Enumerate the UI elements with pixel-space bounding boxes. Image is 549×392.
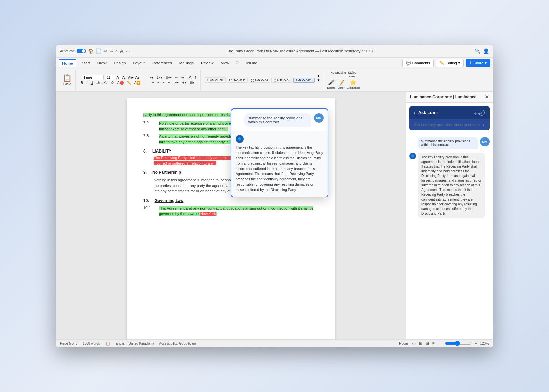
panel-messages: summarise the liability provisions withi… — [406, 134, 493, 339]
autosave-label: AutoSave — [60, 49, 75, 53]
align-right-button[interactable]: ≡ — [162, 80, 166, 85]
layout-icon-3[interactable]: ⊟ — [426, 341, 429, 346]
zoom-level: 120% — [480, 342, 489, 345]
tab-insert[interactable]: Insert — [77, 60, 93, 67]
style-swatch-headingi[interactable]: (i) AaBbCcDd — [271, 78, 292, 83]
style-swatch-headinga[interactable]: (a) AaBbCcDd — [249, 78, 270, 83]
increase-indent-button[interactable]: ⇥ — [180, 75, 185, 80]
highlight-button[interactable]: ✏️ — [126, 81, 132, 85]
paste-button[interactable]: 📋 Paste — [62, 74, 72, 86]
accessibility-indicator: Accessibility: Good to go — [159, 342, 196, 345]
popup-ai-text: The key liability provision in this agre… — [236, 145, 324, 193]
no-spacing-button[interactable]: No Spacing — [330, 71, 346, 78]
layout-icon-4[interactable]: ≡ — [432, 341, 435, 346]
style-up-icon[interactable]: ▲ — [317, 74, 320, 78]
right-panel: Luminance-Corporate | Luminance ✕ ‹ Ask … — [406, 92, 493, 339]
editor-button[interactable]: 📝 Editor — [337, 79, 344, 89]
paragraph-group: ≡▾ 1≡▾ ⊞≡▾ ⇤ ⇥ ↕A ¶ ≡ ≡ ≡ ≡ ↕≡▾ ◈▾ ⊡▾ — [146, 70, 200, 90]
grow-font-icon[interactable]: A⁺ — [117, 75, 121, 80]
section-10-1-text: This Agreement and any non-contractual o… — [159, 206, 318, 217]
align-left-button[interactable]: ≡ — [151, 80, 155, 85]
focus-button[interactable]: Focus — [399, 342, 408, 345]
popup-ai-msg: 🔷 The key liability provision in this ag… — [231, 131, 328, 197]
person-icon[interactable]: 👤 — [483, 48, 489, 54]
section-7-3-num: 7.3 — [143, 134, 154, 145]
font-size-selector[interactable] — [105, 75, 115, 80]
shrink-font-icon[interactable]: A⁻ — [122, 75, 127, 80]
tab-view[interactable]: View — [218, 60, 233, 67]
search-icon[interactable]: 🔍 — [475, 48, 480, 54]
shading-button[interactable]: A🔽 — [133, 81, 142, 85]
ask-lumi-send-button[interactable]: › — [483, 122, 485, 128]
numbering-button[interactable]: 1≡▾ — [156, 75, 163, 80]
tab-mailings[interactable]: Mailings — [176, 60, 197, 67]
tab-home[interactable]: Home — [59, 59, 76, 67]
luminance-button[interactable]: ⭐ Luminance — [346, 79, 360, 89]
redo-icon[interactable]: ↪ — [109, 49, 113, 54]
zoom-slider[interactable] — [445, 341, 472, 346]
section-8-title: LIABILITY — [152, 149, 171, 154]
style-swatch-heading11[interactable]: 1.1 AaBbCcD — [227, 78, 248, 83]
tab-layout[interactable]: Layout — [130, 60, 148, 67]
borders-button[interactable]: ⊡▾ — [189, 80, 195, 85]
home-icon[interactable]: 🏠 — [88, 48, 94, 54]
section-9-num: 9. — [143, 170, 147, 175]
font-selector[interactable] — [82, 75, 104, 80]
underline-button[interactable]: U — [90, 81, 94, 85]
luminance-icon: ⭐ — [350, 79, 356, 86]
editor-icon: 📝 — [338, 79, 344, 86]
autosave-toggle[interactable] — [77, 49, 86, 53]
tab-tell-me[interactable]: Tell me — [242, 60, 260, 67]
more-icon[interactable]: ··· — [126, 49, 130, 54]
font-color-button[interactable]: A🔴 — [116, 81, 125, 85]
comments-label: Comments — [412, 61, 430, 65]
print-icon[interactable]: 🖨 — [120, 49, 124, 54]
style-swatch-normal[interactable]: AaBbCcDdEe — [293, 78, 314, 83]
italic-button[interactable]: I — [85, 81, 88, 85]
line-spacing-button[interactable]: ↕≡▾ — [172, 80, 180, 85]
strikethrough-button[interactable]: ab — [95, 81, 101, 85]
styles-pane-button[interactable]: Styles Pane — [348, 71, 356, 78]
show-marks-button[interactable]: ¶ — [194, 75, 197, 80]
track-changes-icon[interactable]: 📋 — [105, 341, 110, 346]
layout-icon-2[interactable]: ⊞ — [419, 341, 422, 346]
back-arrow-button[interactable]: ‹ — [414, 110, 416, 115]
tab-design[interactable]: Design — [111, 60, 129, 67]
doc-area[interactable]: party to this agreement nor shall it pre… — [56, 92, 406, 339]
share-chevron-icon: ▾ — [485, 61, 487, 65]
status-bar: Page 5 of 6 1808 words 📋 English (United… — [56, 339, 493, 347]
decrease-indent-button[interactable]: ⇤ — [174, 75, 179, 80]
clear-format-icon[interactable]: A𝓍 — [135, 75, 139, 80]
editing-button[interactable]: ✏️ Editing ▾ — [436, 59, 464, 67]
tools-group: No Spacing Styles Pane 🎤 Dictate — [324, 70, 362, 90]
dictate-button[interactable]: 🎤 Dictate — [327, 79, 335, 89]
undo-icon[interactable]: ↩ — [103, 49, 107, 54]
subscript-button[interactable]: X₂ — [102, 81, 108, 85]
share-icon: ⬆ — [469, 61, 472, 65]
save-icon[interactable]: ○ — [115, 49, 118, 54]
format-aa-icon[interactable]: Aa▾ — [128, 76, 134, 79]
superscript-button[interactable]: X² — [110, 81, 115, 85]
ask-lumi-input[interactable] — [414, 123, 480, 127]
multilevel-button[interactable]: ⊞≡▾ — [165, 75, 173, 80]
section-10-num: 10. — [143, 198, 149, 203]
justify-button[interactable]: ≡ — [167, 80, 171, 85]
share-button[interactable]: ⬆ Share ▾ — [466, 59, 490, 67]
page-indicator: Page 5 of 6 — [60, 342, 77, 345]
new-doc-icon[interactable]: 📄 — [96, 48, 101, 54]
style-expand-icon[interactable]: ⬦ — [317, 83, 320, 86]
style-down-icon[interactable]: ▼ — [317, 78, 320, 82]
layout-icon-1[interactable]: ▭ — [412, 341, 416, 346]
bold-button[interactable]: B — [80, 81, 84, 85]
tab-review[interactable]: Review — [198, 60, 217, 67]
tab-draw[interactable]: Draw — [94, 60, 110, 67]
align-center-button[interactable]: ≡ — [156, 80, 160, 85]
bullets-button[interactable]: ≡▾ — [149, 75, 154, 80]
shading-para-button[interactable]: ◈▾ — [181, 80, 187, 85]
comments-button[interactable]: 💬 Comments — [402, 59, 434, 67]
style-swatch-heading1[interactable]: 1. AaBbCcD — [205, 77, 226, 83]
panel-close-button[interactable]: ✕ — [485, 94, 489, 100]
section-9-title: No Partnership — [152, 170, 181, 175]
sort-button[interactable]: ↕A — [186, 75, 192, 80]
tab-references[interactable]: References — [149, 60, 175, 67]
